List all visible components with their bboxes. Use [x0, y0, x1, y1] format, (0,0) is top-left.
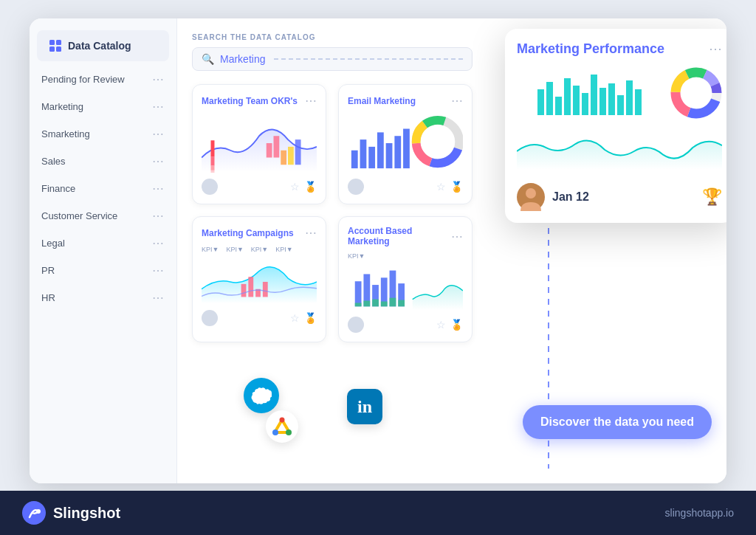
app-url: slingshotapp.io: [665, 507, 734, 519]
svg-rect-15: [351, 151, 358, 168]
svg-rect-45: [546, 82, 553, 115]
card-menu-icon[interactable]: ⋯: [305, 94, 317, 108]
fc-bar-chart-svg: [517, 67, 662, 119]
svg-rect-19: [386, 143, 393, 168]
svg-rect-4: [49, 46, 55, 52]
dots-icon: ⋯: [152, 182, 165, 196]
card-header: Account Based Marketing ⋯: [348, 226, 463, 246]
card-footer: ☆ 🏅: [348, 179, 463, 195]
svg-point-65: [526, 188, 536, 199]
svg-rect-28: [241, 284, 247, 297]
fc-date: Jan 12: [552, 190, 589, 204]
app-name: Slingshot: [53, 505, 120, 522]
floating-card-footer: Jan 12 🏆: [517, 183, 722, 211]
card-footer: ☆ 🏅: [348, 317, 463, 333]
svg-rect-52: [608, 83, 615, 115]
sidebar-item-marketing[interactable]: Marketing ⋯: [30, 93, 176, 120]
svg-rect-31: [263, 282, 268, 297]
star-icon[interactable]: ☆: [436, 181, 446, 193]
card-chart: [202, 256, 317, 304]
svg-rect-49: [582, 93, 588, 115]
fc-avatar-svg: [517, 183, 545, 211]
linkedin-text: in: [357, 397, 372, 417]
card-marketing-campaigns[interactable]: Marketing Campaigns ⋯ KPI▼KPI▼KPI▼KPI▼: [192, 216, 326, 342]
svg-point-27: [425, 129, 450, 155]
card-email-marketing[interactable]: Email Marketing ⋯: [338, 84, 472, 204]
star-icon[interactable]: ☆: [436, 319, 446, 331]
card-avatar: [348, 179, 364, 195]
svg-rect-42: [390, 298, 396, 307]
cards-grid: Marketing Team OKR's ⋯: [192, 84, 472, 342]
svg-rect-16: [360, 139, 367, 168]
card-title: Marketing Team OKR's: [202, 96, 298, 106]
svg-rect-39: [363, 301, 370, 307]
svg-rect-44: [537, 89, 544, 115]
svg-rect-43: [398, 300, 405, 307]
sidebar-item-sales[interactable]: Sales ⋯: [30, 148, 176, 175]
cta-button[interactable]: Discover the data you need: [523, 405, 712, 439]
card-marketing-okr[interactable]: Marketing Team OKR's ⋯: [192, 84, 326, 204]
kpi-label: KPI▼: [348, 252, 463, 260]
floating-card-menu-icon[interactable]: ⋯: [709, 41, 722, 57]
svg-rect-55: [635, 89, 642, 115]
star-icon[interactable]: ☆: [290, 181, 300, 193]
dots-icon: ⋯: [152, 209, 165, 223]
badge-icon: 🏅: [450, 319, 463, 331]
star-icon[interactable]: ☆: [290, 312, 300, 324]
bottom-bar: Slingshot slingshotapp.io: [0, 491, 756, 535]
sidebar-item-finance[interactable]: Finance ⋯: [30, 175, 176, 202]
floating-card-header: Marketing Performance ⋯: [517, 41, 722, 57]
svg-rect-6: [267, 143, 272, 158]
card-chart: [202, 114, 317, 173]
badge-icon: 🏅: [304, 181, 317, 193]
card-actions: ☆ 🏅: [290, 312, 317, 324]
fc-line-chart-svg: [517, 129, 722, 170]
salesforce-icon: [251, 385, 272, 406]
salesforce-logo: [244, 378, 279, 413]
fc-donut-svg: [670, 67, 722, 119]
card-actions: ☆ 🏅: [290, 181, 317, 193]
fc-user-info: Jan 12: [517, 183, 589, 211]
svg-rect-20: [394, 136, 401, 168]
sidebar-item-smarketing[interactable]: Smarketing ⋯: [30, 120, 176, 148]
svg-rect-10: [295, 139, 301, 165]
dots-icon: ⋯: [152, 72, 165, 86]
bar-chart-left: [202, 136, 238, 173]
svg-rect-13: [211, 166, 215, 170]
svg-rect-3: [56, 40, 61, 45]
card-actions: ☆ 🏅: [436, 319, 463, 331]
svg-rect-5: [56, 46, 61, 52]
svg-rect-17: [368, 147, 375, 168]
search-value: Marketing: [220, 53, 265, 65]
google-ads-logo: [266, 410, 298, 443]
main-container: Data Catalog Pending for Review ⋯ Market…: [30, 18, 726, 483]
sidebar-item-customer-service[interactable]: Customer Service ⋯: [30, 202, 176, 229]
slingshot-icon: [22, 501, 46, 525]
sidebar-item-pending[interactable]: Pending for Review ⋯: [30, 66, 176, 93]
svg-rect-46: [555, 97, 562, 115]
bar-donut-chart: [348, 114, 463, 173]
sidebar-item-hr[interactable]: HR ⋯: [30, 284, 176, 311]
sidebar-item-legal[interactable]: Legal ⋯: [30, 229, 176, 257]
svg-rect-41: [381, 301, 388, 306]
svg-rect-54: [626, 80, 633, 115]
sidebar-item-pr[interactable]: PR ⋯: [30, 257, 176, 284]
card-account-based[interactable]: Account Based Marketing ⋯ KPI▼: [338, 216, 472, 342]
svg-point-1: [36, 509, 41, 514]
dots-icon: ⋯: [152, 100, 165, 114]
bar-line-chart: [348, 263, 463, 311]
card-footer: ☆ 🏅: [202, 179, 317, 195]
svg-rect-14: [211, 170, 215, 173]
svg-rect-29: [248, 277, 253, 297]
floating-card-title: Marketing Performance: [517, 41, 664, 57]
search-bar[interactable]: 🔍 Marketing: [192, 47, 472, 71]
kpi-labels: KPI▼KPI▼KPI▼KPI▼: [202, 246, 317, 253]
badge-icon: 🏅: [304, 312, 317, 324]
card-menu-icon[interactable]: ⋯: [305, 226, 317, 240]
dots-icon: ⋯: [152, 263, 165, 277]
svg-point-67: [272, 429, 278, 435]
main-content: SEARCH THE DATA CATALOG 🔍 Marketing Mark…: [177, 18, 726, 483]
card-menu-icon[interactable]: ⋯: [451, 229, 463, 244]
svg-point-68: [286, 429, 292, 435]
card-menu-icon[interactable]: ⋯: [451, 94, 463, 108]
